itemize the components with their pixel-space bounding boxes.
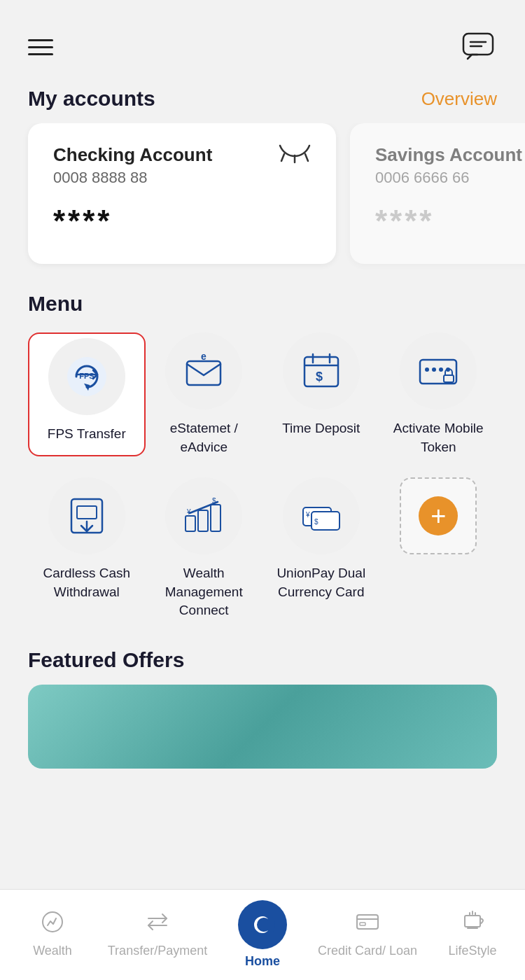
unionpay-label: UnionPay Dual Currency Card (262, 564, 380, 601)
wealth-label: Wealth Management Connect (146, 564, 263, 620)
svg-rect-37 (357, 915, 378, 929)
add-shortcut-box: + (400, 477, 477, 554)
checking-account-number: 0008 8888 88 (53, 169, 212, 187)
svg-rect-39 (360, 923, 365, 925)
wealth-nav-label: Wealth (33, 943, 72, 959)
svg-rect-26 (186, 516, 195, 531)
savings-account-balance: **** (375, 204, 522, 239)
svg-point-20 (439, 368, 443, 372)
lifestyle-nav-icon (461, 910, 484, 939)
transfer-nav-label: Transfer/Payment (108, 943, 207, 959)
svg-rect-24 (77, 506, 97, 519)
svg-text:e: e (201, 351, 206, 362)
overview-link[interactable]: Overview (421, 88, 497, 110)
accounts-title: My accounts (28, 87, 155, 111)
svg-point-36 (250, 912, 275, 937)
transfer-nav-icon (146, 910, 169, 939)
svg-point-18 (425, 368, 429, 372)
fps-label: FPS Transfer (48, 425, 126, 444)
svg-point-19 (432, 368, 436, 372)
svg-text:$: $ (314, 518, 318, 526)
svg-point-35 (43, 912, 62, 932)
menu-grid: FPS FPS Transfer e eStatemet / eAdvic (28, 332, 497, 641)
fps-icon-wrap: FPS (48, 338, 125, 415)
menu-title: Menu (28, 292, 497, 316)
svg-rect-27 (198, 510, 208, 531)
featured-section: Featured Offers (0, 641, 525, 783)
menu-button[interactable] (28, 39, 53, 55)
savings-account-card[interactable]: Savings Account 0006 6666 66 **** (350, 123, 525, 264)
nav-item-lifestyle[interactable]: LifeStyle (420, 910, 525, 959)
add-shortcut-button[interactable]: + (380, 477, 498, 620)
timedeposit-icon-wrap: $ (283, 332, 360, 410)
nav-item-transfer[interactable]: Transfer/Payment (105, 910, 210, 959)
lifestyle-nav-label: LifeStyle (448, 943, 496, 959)
wealth-nav-icon (41, 910, 64, 939)
toggle-balance-icon[interactable] (279, 144, 311, 170)
menu-item-timedeposit[interactable]: $ Time Deposit (262, 332, 380, 456)
creditcard-nav-icon (356, 910, 379, 939)
featured-card[interactable] (28, 685, 497, 769)
svg-rect-17 (420, 360, 456, 384)
estatement-label: eStatemet / eAdvice (146, 419, 263, 456)
svg-text:FPS: FPS (79, 372, 94, 380)
menu-section: Menu FPS FPS Transfer (0, 271, 525, 641)
nav-item-home[interactable]: Home (210, 900, 315, 969)
estatement-icon-wrap: e (165, 332, 242, 410)
app-header (0, 0, 525, 80)
menu-item-wealth[interactable]: ¥ $ Wealth Management Connect (146, 477, 263, 620)
checking-account-card[interactable]: Checking Account 0008 8888 88 **** (28, 123, 336, 264)
savings-account-name: Savings Account (375, 144, 522, 166)
savings-account-number: 0006 6666 66 (375, 169, 522, 187)
svg-rect-0 (463, 34, 493, 55)
svg-line-5 (305, 154, 308, 161)
svg-text:¥: ¥ (186, 508, 191, 516)
svg-line-3 (281, 154, 284, 161)
svg-rect-22 (444, 375, 454, 382)
checking-account-balance: **** (53, 204, 311, 239)
svg-rect-10 (187, 361, 220, 385)
nav-item-wealth[interactable]: Wealth (0, 910, 105, 959)
home-nav-label: Home (245, 953, 280, 969)
bottom-navigation: Wealth Transfer/Payment Home (0, 889, 525, 980)
creditcard-nav-label: Credit Card/ Loan (318, 943, 417, 959)
wealth-icon-wrap: ¥ $ (165, 477, 242, 554)
svg-rect-40 (465, 916, 480, 927)
mobiletoken-label: Activate Mobile Token (380, 419, 498, 456)
nav-item-creditcard[interactable]: Credit Card/ Loan (315, 910, 420, 959)
checking-account-name: Checking Account (53, 144, 212, 166)
svg-text:$: $ (212, 497, 216, 505)
cardless-label: Cardless Cash Withdrawal (28, 564, 146, 601)
mobiletoken-icon-wrap (400, 332, 477, 410)
menu-item-fps[interactable]: FPS FPS Transfer (28, 332, 146, 456)
accounts-scroll: Checking Account 0008 8888 88 **** Savin… (0, 123, 525, 271)
unionpay-icon-wrap: ¥ $ (283, 477, 360, 554)
accounts-section-header: My accounts Overview (0, 80, 525, 123)
home-nav-icon (238, 900, 287, 949)
chat-button[interactable] (459, 28, 497, 66)
menu-item-estatement[interactable]: e eStatemet / eAdvice (146, 332, 263, 456)
cardless-icon-wrap (48, 477, 125, 554)
menu-item-unionpay[interactable]: ¥ $ UnionPay Dual Currency Card (262, 477, 380, 620)
svg-text:$: $ (316, 370, 323, 384)
timedeposit-label: Time Deposit (282, 419, 360, 438)
svg-rect-28 (211, 505, 220, 531)
featured-title: Featured Offers (28, 648, 497, 672)
svg-text:¥: ¥ (305, 511, 310, 519)
add-shortcut-plus-icon: + (419, 496, 458, 536)
menu-item-cardless[interactable]: Cardless Cash Withdrawal (28, 477, 146, 620)
menu-item-mobiletoken[interactable]: Activate Mobile Token (380, 332, 498, 456)
